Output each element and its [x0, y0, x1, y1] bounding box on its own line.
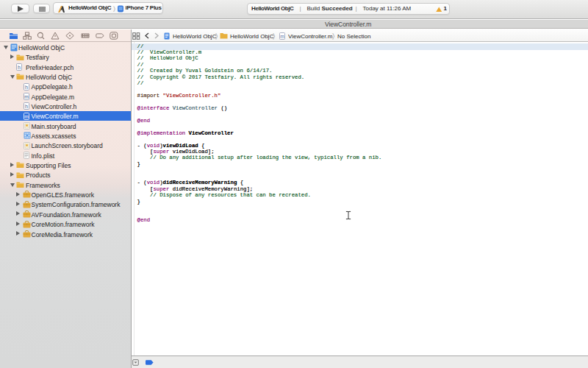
svg-text:h: h: [25, 84, 28, 89]
svg-text:m: m: [24, 113, 28, 118]
svg-text:h: h: [25, 104, 28, 109]
svg-text:m: m: [24, 93, 28, 99]
svg-text:m: m: [280, 34, 284, 39]
svg-text:h: h: [18, 64, 21, 69]
